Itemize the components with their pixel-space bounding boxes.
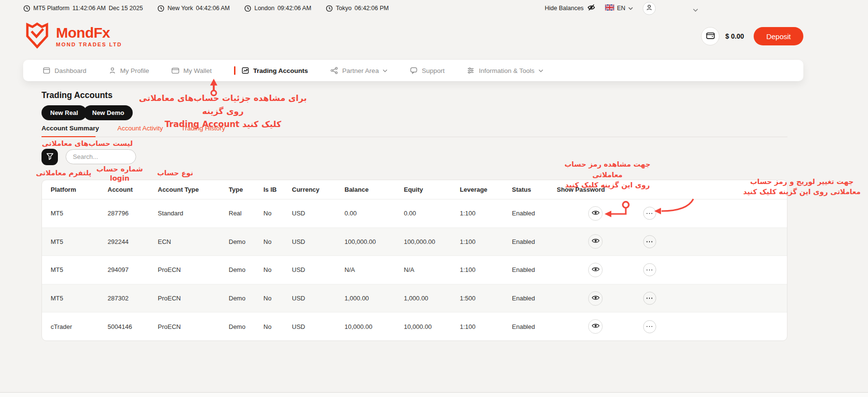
- eye-off-icon: [587, 3, 595, 13]
- cell-is-ib: No: [263, 238, 292, 245]
- cell-platform: MT5: [51, 210, 108, 217]
- clock-time: 11:42:06 AM: [72, 5, 106, 12]
- cell-type: Demo: [229, 238, 263, 245]
- annotation-trading-accounts-hint: برای مشاهده جزئیات حساب‌های معاملاتی روی…: [131, 92, 315, 131]
- wallet-icon: [706, 31, 715, 42]
- cell-account: 287796: [108, 210, 158, 217]
- account-balance: $ 0.00: [725, 32, 744, 40]
- deposit-button[interactable]: Deposit: [754, 27, 803, 45]
- cell-currency: USD: [292, 323, 344, 330]
- column-header-currency: Currency: [292, 186, 344, 193]
- cell-platform: cTrader: [51, 323, 108, 330]
- new-real-button[interactable]: New Real: [41, 105, 87, 120]
- cell-balance: 100,000.00: [344, 238, 404, 245]
- show-password-button[interactable]: [588, 319, 603, 334]
- clock-london: London 09:42:06 AM: [244, 5, 311, 12]
- new-demo-button[interactable]: New Demo: [83, 105, 133, 120]
- nav-item-dashboard[interactable]: Dashboard: [42, 67, 86, 74]
- cell-status: Enabled: [512, 210, 557, 217]
- active-nav-indicator: [234, 66, 235, 75]
- cell-account-type: ProECN: [158, 295, 229, 302]
- tabs-divider: [41, 137, 787, 137]
- chevron-down-icon: [628, 5, 633, 12]
- cell-leverage: 1:500: [460, 295, 512, 302]
- nav-label: Dashboard: [55, 67, 86, 74]
- annotation-line: روی این گزینه کلیک کنید: [550, 180, 665, 191]
- accounts-table: Platform Account Account Type Type Is IB…: [41, 180, 787, 341]
- show-password-button[interactable]: [588, 263, 603, 277]
- nav-item-support[interactable]: Support: [410, 67, 444, 74]
- table-row: MT5 294097 ProECN Demo No USD N/A N/A 1:…: [42, 255, 787, 284]
- table-row: MT5 287302 ProECN Demo No USD 1,000.00 1…: [42, 284, 787, 312]
- nav-label: Partner Area: [342, 67, 379, 74]
- information-tools-icon: [467, 67, 475, 74]
- cell-currency: USD: [292, 266, 344, 273]
- dashboard-icon: [42, 67, 51, 74]
- nav-label: My Wallet: [183, 67, 212, 74]
- row-actions-menu-button[interactable]: [643, 263, 656, 276]
- cell-equity: N/A: [404, 266, 460, 273]
- cell-balance: N/A: [344, 266, 404, 273]
- cell-is-ib: No: [263, 295, 292, 302]
- eye-icon: [592, 210, 600, 217]
- filter-button[interactable]: [41, 149, 58, 165]
- column-header-is-ib: Is IB: [263, 186, 292, 193]
- cell-currency: USD: [292, 295, 344, 302]
- cell-type: Demo: [229, 323, 263, 330]
- eye-icon: [592, 238, 600, 245]
- cell-balance: 1,000.00: [344, 295, 404, 302]
- wallet-balance-button[interactable]: [701, 27, 719, 45]
- row-actions-menu-button[interactable]: [643, 235, 656, 248]
- brand-logo[interactable]: MondFx MOND TRADES LTD: [23, 21, 122, 52]
- bottom-strip: [0, 393, 868, 397]
- nav-item-my-profile[interactable]: My Profile: [109, 67, 149, 74]
- cell-account-type: Standard: [158, 210, 229, 217]
- row-actions-menu-button[interactable]: [643, 320, 656, 333]
- show-password-button[interactable]: [588, 206, 603, 221]
- cell-leverage: 1:100: [460, 238, 512, 245]
- active-tab-underline: [41, 136, 96, 137]
- cell-currency: USD: [292, 238, 344, 245]
- table-body: MT5 287796 Standard Real No USD 0.00 0.0…: [42, 199, 787, 340]
- cell-leverage: 1:100: [460, 323, 512, 330]
- nav-item-partner-area[interactable]: Partner Area: [330, 67, 387, 74]
- clock-platform: MT5 Platform 11:42:06 AM Dec 15 2025: [23, 5, 143, 12]
- topbar: MT5 Platform 11:42:06 AM Dec 15 2025 New…: [0, 0, 868, 16]
- nav-item-information-tools[interactable]: Information & Tools: [467, 67, 543, 74]
- row-actions-menu-button[interactable]: [643, 292, 656, 305]
- cell-leverage: 1:100: [460, 210, 512, 217]
- cell-account-type: ProECN: [158, 323, 229, 330]
- cell-platform: MT5: [51, 238, 108, 245]
- cell-type: Real: [229, 210, 263, 217]
- column-header-type: Type: [229, 186, 263, 193]
- search-input[interactable]: [66, 149, 136, 164]
- brand-subtitle: MOND TRADES LTD: [56, 42, 122, 47]
- nav-item-my-wallet[interactable]: My Wallet: [171, 67, 212, 74]
- annotation-line: login: [95, 174, 145, 183]
- nav-item-trading-accounts[interactable]: Trading Accounts: [241, 67, 308, 74]
- column-header-platform: Platform: [51, 186, 108, 193]
- mondfx-shield-icon: [23, 21, 51, 52]
- page-header: MondFx MOND TRADES LTD $ 0.00 Deposit: [23, 19, 803, 53]
- partner-area-icon: [330, 67, 338, 74]
- show-password-button[interactable]: [588, 234, 603, 249]
- filter-funnel-icon: [46, 153, 54, 162]
- show-password-button[interactable]: [588, 291, 603, 306]
- hide-balances-toggle[interactable]: Hide Balances: [545, 3, 595, 13]
- row-actions-menu-button[interactable]: [643, 207, 656, 220]
- language-label: EN: [617, 5, 625, 12]
- annotation-platform-column: پلتفرم معاملاتی: [36, 169, 92, 177]
- clock-label: London: [254, 5, 275, 12]
- language-selector[interactable]: EN: [605, 4, 633, 12]
- topbar-chevron-icon[interactable]: [693, 5, 698, 14]
- column-header-balance: Balance: [344, 186, 404, 193]
- annotation-account-column: شماره حساب login: [95, 165, 145, 183]
- user-icon: [109, 67, 116, 74]
- nav-label: My Profile: [120, 67, 149, 74]
- annotation-line: شماره حساب: [95, 165, 145, 174]
- profile-menu-button[interactable]: [643, 2, 656, 15]
- hide-balances-label: Hide Balances: [545, 5, 584, 12]
- table-header-row: Platform Account Account Type Type Is IB…: [42, 180, 787, 199]
- cell-status: Enabled: [512, 323, 557, 330]
- trading-accounts-icon: [241, 67, 249, 74]
